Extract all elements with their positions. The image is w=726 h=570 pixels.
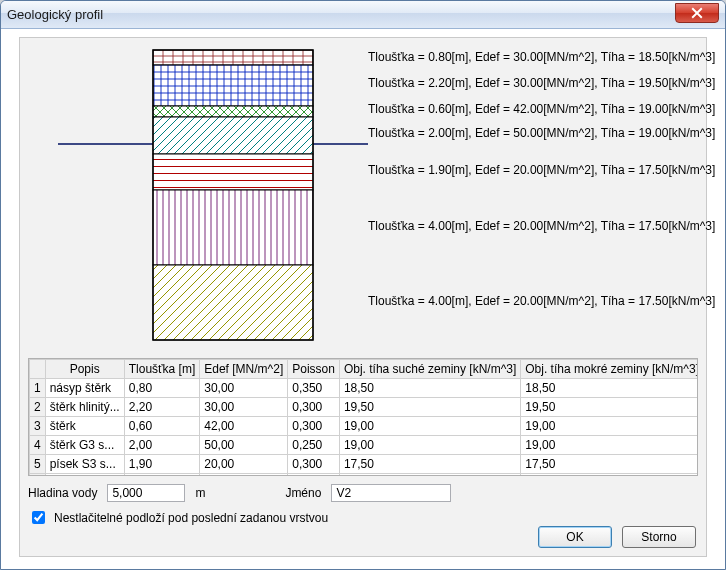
water-level-input[interactable] [107,484,185,502]
cell-edef[interactable]: 30,00 [200,398,288,417]
cell-index[interactable]: 6 [30,474,46,477]
button-row: OK Storno [538,526,696,548]
col-header-dry[interactable]: Obj. tíha suché zeminy [kN/m^3] [339,360,520,379]
cell-wet[interactable]: 17,50 [521,474,698,477]
cell-edef[interactable]: 30,00 [200,379,288,398]
layer-captions: Tloušťka = 0.80[m], Edef = 30.00[MN/m^2]… [368,44,698,356]
close-icon [691,7,703,19]
cell-dry[interactable]: 19,00 [339,436,520,455]
close-button[interactable] [675,3,719,23]
cell-edef[interactable]: 50,00 [200,436,288,455]
cell-tloustka[interactable]: 2,20 [124,398,200,417]
cell-popis[interactable]: písek S3 h... [45,474,124,477]
titlebar[interactable]: Geologický profil [1,1,725,29]
cell-poisson[interactable]: 0,300 [288,474,340,477]
cell-popis[interactable]: násyp štěrk [45,379,124,398]
col-header-tloustka[interactable]: Tloušťka [m] [124,360,200,379]
incompressible-checkbox[interactable] [32,511,45,524]
svg-rect-12 [153,154,313,190]
cell-poisson[interactable]: 0,250 [288,436,340,455]
table-row[interactable]: 4štěrk G3 s...2,0050,000,25019,0019,000,… [30,436,699,455]
cell-poisson[interactable]: 0,350 [288,379,340,398]
cell-wet[interactable]: 19,00 [521,436,698,455]
profile-diagram [28,44,368,356]
dialog-content: Tloušťka = 0.80[m], Edef = 30.00[MN/m^2]… [19,37,707,557]
table-row[interactable]: 5písek S3 s...1,9020,000,30017,5017,500,… [30,455,699,474]
cell-edef[interactable]: 20,00 [200,474,288,477]
svg-rect-8 [153,50,313,65]
cell-poisson[interactable]: 0,300 [288,455,340,474]
layer-caption: Tloušťka = 4.00[m], Edef = 20.00[MN/m^2]… [368,219,715,233]
water-level-unit: m [195,486,205,500]
layer-caption: Tloušťka = 4.00[m], Edef = 20.00[MN/m^2]… [368,294,715,308]
ok-button[interactable]: OK [538,526,612,548]
cell-popis[interactable]: štěrk hlinitý... [45,398,124,417]
cell-index[interactable]: 5 [30,455,46,474]
cell-edef[interactable]: 20,00 [200,455,288,474]
cell-index[interactable]: 1 [30,379,46,398]
cell-edef[interactable]: 42,00 [200,417,288,436]
cell-popis[interactable]: štěrk [45,417,124,436]
svg-rect-9 [153,65,313,106]
table-row[interactable]: 6písek S3 h...4,0020,000,30017,5017,500,… [30,474,699,477]
cell-dry[interactable]: 19,00 [339,417,520,436]
cell-popis[interactable]: štěrk G3 s... [45,436,124,455]
layer-caption: Tloušťka = 0.60[m], Edef = 42.00[MN/m^2]… [368,102,715,116]
cell-dry[interactable]: 19,50 [339,398,520,417]
cell-popis[interactable]: písek S3 s... [45,455,124,474]
cell-index[interactable]: 4 [30,436,46,455]
table-row[interactable]: 1násyp štěrk0,8030,000,35018,5018,500,20 [30,379,699,398]
cell-tloustka[interactable]: 2,00 [124,436,200,455]
cell-index[interactable]: 2 [30,398,46,417]
cell-poisson[interactable]: 0,300 [288,417,340,436]
layer-caption: Tloušťka = 0.80[m], Edef = 30.00[MN/m^2]… [368,50,715,64]
cell-dry[interactable]: 17,50 [339,474,520,477]
cell-wet[interactable]: 18,50 [521,379,698,398]
cell-dry[interactable]: 18,50 [339,379,520,398]
profile-area: Tloušťka = 0.80[m], Edef = 30.00[MN/m^2]… [28,44,698,356]
col-header-popis[interactable]: Popis [45,360,124,379]
cell-tloustka[interactable]: 0,60 [124,417,200,436]
cell-tloustka[interactable]: 0,80 [124,379,200,398]
svg-rect-10 [153,106,313,117]
layers-table-wrap[interactable]: Popis Tloušťka [m] Edef [MN/m^2] Poisson… [28,358,698,476]
cell-poisson[interactable]: 0,300 [288,398,340,417]
cell-wet[interactable]: 19,00 [521,417,698,436]
col-header-poisson[interactable]: Poisson [288,360,340,379]
incompressible-label: Nestlačitelné podloží pod poslední zadan… [54,511,328,525]
checkbox-row: Nestlačitelné podloží pod poslední zadan… [28,508,698,527]
cancel-button[interactable]: Storno [622,526,696,548]
cell-dry[interactable]: 17,50 [339,455,520,474]
col-header-wet[interactable]: Obj. tíha mokré zeminy [kN/m^3] [521,360,698,379]
table-row[interactable]: 3štěrk0,6042,000,30019,0019,000,20 [30,417,699,436]
cell-tloustka[interactable]: 1,90 [124,455,200,474]
svg-rect-13 [153,190,313,265]
layer-caption: Tloušťka = 2.00[m], Edef = 50.00[MN/m^2]… [368,126,715,140]
table-row[interactable]: 2štěrk hlinitý...2,2030,000,30019,5019,5… [30,398,699,417]
form-row: Hladina vody m Jméno [28,484,698,502]
layers-table[interactable]: Popis Tloušťka [m] Edef [MN/m^2] Poisson… [29,359,698,476]
cell-tloustka[interactable]: 4,00 [124,474,200,477]
water-level-label: Hladina vody [28,486,97,500]
name-label: Jméno [285,486,321,500]
name-input[interactable] [331,484,451,502]
layer-caption: Tloušťka = 1.90[m], Edef = 20.00[MN/m^2]… [368,163,715,177]
cell-index[interactable]: 3 [30,417,46,436]
col-header-edef[interactable]: Edef [MN/m^2] [200,360,288,379]
layer-caption: Tloušťka = 2.20[m], Edef = 30.00[MN/m^2]… [368,76,715,90]
col-header-index[interactable] [30,360,46,379]
window-title: Geologický profil [7,7,103,22]
svg-rect-11 [153,117,313,154]
cell-wet[interactable]: 19,50 [521,398,698,417]
cell-wet[interactable]: 17,50 [521,455,698,474]
dialog-window: Geologický profil [0,0,726,570]
svg-rect-14 [153,265,313,340]
